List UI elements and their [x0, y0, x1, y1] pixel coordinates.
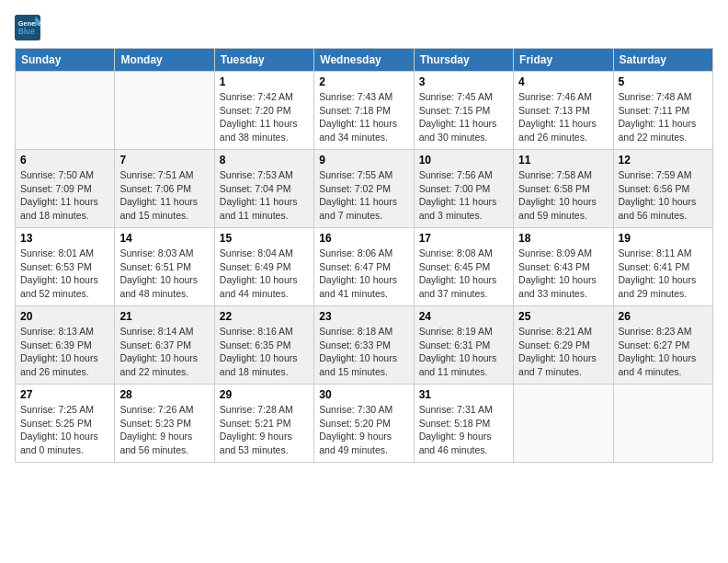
- day-info: Sunrise: 8:16 AMSunset: 6:35 PMDaylight:…: [220, 325, 309, 379]
- day-info: Sunrise: 7:58 AMSunset: 6:58 PMDaylight:…: [518, 168, 608, 223]
- svg-text:Blue: Blue: [18, 27, 35, 36]
- day-info: Sunrise: 7:26 AMSunset: 5:23 PMDaylight:…: [119, 403, 209, 457]
- calendar-cell: 24Sunrise: 8:19 AMSunset: 6:31 PMDayligh…: [414, 306, 513, 385]
- day-info: Sunrise: 8:23 AMSunset: 6:27 PMDaylight:…: [619, 325, 708, 379]
- day-number: 23: [319, 310, 408, 323]
- weekday-header: Wednesday: [314, 49, 414, 72]
- weekday-header: Sunday: [16, 49, 115, 72]
- calendar-cell: 15Sunrise: 8:04 AMSunset: 6:49 PMDayligh…: [214, 228, 313, 306]
- day-number: 6: [20, 154, 109, 167]
- calendar-cell: 30Sunrise: 7:30 AMSunset: 5:20 PMDayligh…: [314, 385, 414, 463]
- calendar-cell: 13Sunrise: 8:01 AMSunset: 6:53 PMDayligh…: [16, 228, 115, 306]
- calendar-cell: 7Sunrise: 7:51 AMSunset: 7:06 PMDaylight…: [115, 150, 214, 228]
- day-info: Sunrise: 7:30 AMSunset: 5:20 PMDaylight:…: [319, 403, 408, 457]
- calendar-cell: 10Sunrise: 7:56 AMSunset: 7:00 PMDayligh…: [414, 150, 513, 228]
- day-number: 30: [319, 388, 408, 401]
- calendar-week-row: 13Sunrise: 8:01 AMSunset: 6:53 PMDayligh…: [16, 228, 713, 306]
- calendar-cell: 20Sunrise: 8:13 AMSunset: 6:39 PMDayligh…: [16, 306, 115, 385]
- day-number: 13: [20, 232, 109, 245]
- day-number: 27: [20, 388, 109, 401]
- day-info: Sunrise: 7:48 AMSunset: 7:11 PMDaylight:…: [619, 90, 708, 144]
- day-info: Sunrise: 8:19 AMSunset: 6:31 PMDaylight:…: [419, 325, 508, 379]
- weekday-header: Monday: [115, 49, 214, 72]
- calendar-cell: 14Sunrise: 8:03 AMSunset: 6:51 PMDayligh…: [115, 228, 214, 306]
- day-number: 29: [220, 388, 309, 401]
- day-number: 20: [20, 310, 109, 323]
- day-info: Sunrise: 7:45 AMSunset: 7:15 PMDaylight:…: [419, 90, 508, 144]
- day-number: 5: [619, 75, 708, 88]
- day-number: 2: [319, 75, 408, 88]
- day-number: 7: [119, 154, 209, 167]
- day-number: 31: [419, 388, 508, 401]
- day-info: Sunrise: 7:50 AMSunset: 7:09 PMDaylight:…: [20, 168, 109, 223]
- calendar-week-row: 6Sunrise: 7:50 AMSunset: 7:09 PMDaylight…: [16, 150, 713, 228]
- day-info: Sunrise: 8:09 AMSunset: 6:43 PMDaylight:…: [518, 247, 608, 301]
- weekday-header: Saturday: [613, 49, 712, 72]
- day-info: Sunrise: 7:53 AMSunset: 7:04 PMDaylight:…: [220, 168, 309, 223]
- day-number: 3: [419, 75, 508, 88]
- day-info: Sunrise: 7:43 AMSunset: 7:18 PMDaylight:…: [319, 90, 408, 144]
- calendar-cell: 5Sunrise: 7:48 AMSunset: 7:11 PMDaylight…: [613, 72, 712, 150]
- day-info: Sunrise: 8:01 AMSunset: 6:53 PMDaylight:…: [20, 247, 109, 301]
- day-info: Sunrise: 7:46 AMSunset: 7:13 PMDaylight:…: [518, 90, 608, 144]
- day-number: 21: [119, 310, 209, 323]
- calendar-cell: 19Sunrise: 8:11 AMSunset: 6:41 PMDayligh…: [613, 228, 712, 306]
- calendar-cell: 6Sunrise: 7:50 AMSunset: 7:09 PMDaylight…: [16, 150, 115, 228]
- day-number: 19: [619, 232, 708, 245]
- calendar-cell: 23Sunrise: 8:18 AMSunset: 6:33 PMDayligh…: [314, 306, 414, 385]
- calendar-cell: [16, 72, 115, 150]
- day-number: 16: [319, 232, 408, 245]
- calendar-cell: 1Sunrise: 7:42 AMSunset: 7:20 PMDaylight…: [214, 72, 313, 150]
- calendar-cell: 28Sunrise: 7:26 AMSunset: 5:23 PMDayligh…: [115, 385, 214, 463]
- calendar-cell: 3Sunrise: 7:45 AMSunset: 7:15 PMDaylight…: [414, 72, 513, 150]
- day-info: Sunrise: 7:31 AMSunset: 5:18 PMDaylight:…: [419, 403, 508, 457]
- day-number: 10: [419, 154, 508, 167]
- calendar-cell: [514, 385, 613, 463]
- weekday-header: Thursday: [414, 49, 513, 72]
- day-info: Sunrise: 8:14 AMSunset: 6:37 PMDaylight:…: [119, 325, 209, 379]
- day-number: 4: [518, 75, 608, 88]
- day-info: Sunrise: 8:04 AMSunset: 6:49 PMDaylight:…: [220, 247, 309, 301]
- day-info: Sunrise: 7:55 AMSunset: 7:02 PMDaylight:…: [319, 168, 408, 223]
- calendar-cell: 12Sunrise: 7:59 AMSunset: 6:56 PMDayligh…: [613, 150, 712, 228]
- calendar-cell: 29Sunrise: 7:28 AMSunset: 5:21 PMDayligh…: [214, 385, 313, 463]
- logo-icon: General Blue: [15, 15, 40, 40]
- day-info: Sunrise: 8:18 AMSunset: 6:33 PMDaylight:…: [319, 325, 408, 379]
- calendar-cell: 22Sunrise: 8:16 AMSunset: 6:35 PMDayligh…: [214, 306, 313, 385]
- day-info: Sunrise: 7:56 AMSunset: 7:00 PMDaylight:…: [419, 168, 508, 223]
- weekday-header: Tuesday: [214, 49, 313, 72]
- page-header: General Blue: [15, 15, 713, 40]
- day-info: Sunrise: 8:03 AMSunset: 6:51 PMDaylight:…: [119, 247, 209, 301]
- day-info: Sunrise: 7:59 AMSunset: 6:56 PMDaylight:…: [619, 168, 708, 223]
- calendar-header-row: SundayMondayTuesdayWednesdayThursdayFrid…: [16, 49, 713, 72]
- day-number: 24: [419, 310, 508, 323]
- calendar-cell: 18Sunrise: 8:09 AMSunset: 6:43 PMDayligh…: [514, 228, 613, 306]
- calendar-week-row: 20Sunrise: 8:13 AMSunset: 6:39 PMDayligh…: [16, 306, 713, 385]
- day-number: 11: [518, 154, 608, 167]
- day-number: 26: [619, 310, 708, 323]
- day-info: Sunrise: 8:11 AMSunset: 6:41 PMDaylight:…: [619, 247, 708, 301]
- day-number: 18: [518, 232, 608, 245]
- day-info: Sunrise: 7:28 AMSunset: 5:21 PMDaylight:…: [220, 403, 309, 457]
- day-number: 28: [119, 388, 209, 401]
- calendar-week-row: 1Sunrise: 7:42 AMSunset: 7:20 PMDaylight…: [16, 72, 713, 150]
- day-number: 15: [220, 232, 309, 245]
- day-number: 22: [220, 310, 309, 323]
- calendar-cell: 21Sunrise: 8:14 AMSunset: 6:37 PMDayligh…: [115, 306, 214, 385]
- day-number: 25: [518, 310, 608, 323]
- day-info: Sunrise: 8:06 AMSunset: 6:47 PMDaylight:…: [319, 247, 408, 301]
- day-number: 12: [619, 154, 708, 167]
- day-info: Sunrise: 8:08 AMSunset: 6:45 PMDaylight:…: [419, 247, 508, 301]
- calendar-cell: 9Sunrise: 7:55 AMSunset: 7:02 PMDaylight…: [314, 150, 414, 228]
- day-number: 9: [319, 154, 408, 167]
- calendar-cell: [115, 72, 214, 150]
- day-number: 17: [419, 232, 508, 245]
- calendar-cell: 16Sunrise: 8:06 AMSunset: 6:47 PMDayligh…: [314, 228, 414, 306]
- logo: General Blue: [15, 15, 44, 40]
- calendar-cell: 31Sunrise: 7:31 AMSunset: 5:18 PMDayligh…: [414, 385, 513, 463]
- day-info: Sunrise: 8:13 AMSunset: 6:39 PMDaylight:…: [20, 325, 109, 379]
- weekday-header: Friday: [514, 49, 613, 72]
- calendar-cell: 17Sunrise: 8:08 AMSunset: 6:45 PMDayligh…: [414, 228, 513, 306]
- calendar-cell: 26Sunrise: 8:23 AMSunset: 6:27 PMDayligh…: [613, 306, 712, 385]
- calendar-table: SundayMondayTuesdayWednesdayThursdayFrid…: [15, 48, 713, 463]
